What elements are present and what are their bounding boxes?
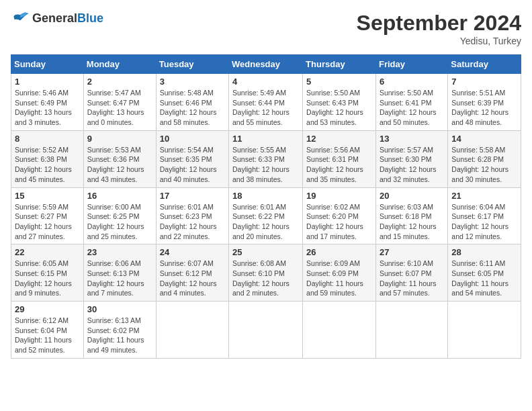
title-block: September 2024 Yedisu, Turkey <box>357 11 521 46</box>
calendar-cell: 10Sunrise: 5:54 AM Sunset: 6:35 PM Dayli… <box>156 130 228 187</box>
day-info: Sunrise: 6:02 AM Sunset: 6:20 PM Dayligh… <box>306 202 372 242</box>
day-number: 13 <box>380 134 444 144</box>
calendar-cell: 15Sunrise: 5:59 AM Sunset: 6:27 PM Dayli… <box>11 187 84 244</box>
calendar-cell: 26Sunrise: 6:09 AM Sunset: 6:09 PM Dayli… <box>303 244 376 302</box>
location: Yedisu, Turkey <box>357 36 521 46</box>
calendar-cell: 25Sunrise: 6:08 AM Sunset: 6:10 PM Dayli… <box>229 244 303 302</box>
calendar-cell: 1Sunrise: 5:46 AM Sunset: 6:49 PM Daylig… <box>11 74 84 131</box>
day-number: 5 <box>306 77 372 87</box>
calendar-cell: 3Sunrise: 5:48 AM Sunset: 6:46 PM Daylig… <box>156 74 228 131</box>
day-info: Sunrise: 5:51 AM Sunset: 6:39 PM Dayligh… <box>451 88 517 128</box>
calendar-cell: 13Sunrise: 5:57 AM Sunset: 6:30 PM Dayli… <box>375 130 447 187</box>
day-info: Sunrise: 5:46 AM Sunset: 6:49 PM Dayligh… <box>15 88 80 128</box>
page-header: GeneralBlue September 2024 Yedisu, Turke… <box>11 11 521 46</box>
calendar-cell <box>229 302 303 359</box>
calendar-cell: 24Sunrise: 6:07 AM Sunset: 6:12 PM Dayli… <box>156 244 228 302</box>
day-info: Sunrise: 5:59 AM Sunset: 6:27 PM Dayligh… <box>15 202 80 242</box>
day-number: 3 <box>160 77 225 87</box>
day-info: Sunrise: 6:06 AM Sunset: 6:13 PM Dayligh… <box>87 259 152 298</box>
day-info: Sunrise: 6:12 AM Sunset: 6:04 PM Dayligh… <box>15 316 80 355</box>
calendar-cell: 22Sunrise: 6:05 AM Sunset: 6:15 PM Dayli… <box>11 244 84 302</box>
day-number: 23 <box>87 247 152 257</box>
day-number: 20 <box>380 191 444 201</box>
calendar-week-row: 22Sunrise: 6:05 AM Sunset: 6:15 PM Dayli… <box>11 244 521 302</box>
day-number: 29 <box>15 304 80 314</box>
col-header-thursday: Thursday <box>303 55 376 74</box>
calendar-cell: 27Sunrise: 6:10 AM Sunset: 6:07 PM Dayli… <box>375 244 447 302</box>
calendar-week-row: 8Sunrise: 5:52 AM Sunset: 6:38 PM Daylig… <box>11 130 521 187</box>
day-info: Sunrise: 6:01 AM Sunset: 6:23 PM Dayligh… <box>160 202 225 242</box>
day-info: Sunrise: 6:11 AM Sunset: 6:05 PM Dayligh… <box>451 259 517 298</box>
day-info: Sunrise: 5:48 AM Sunset: 6:46 PM Dayligh… <box>160 88 225 128</box>
col-header-wednesday: Wednesday <box>229 55 303 74</box>
day-info: Sunrise: 6:01 AM Sunset: 6:22 PM Dayligh… <box>232 202 299 242</box>
day-info: Sunrise: 5:56 AM Sunset: 6:31 PM Dayligh… <box>306 145 372 185</box>
logo: GeneralBlue <box>11 11 103 26</box>
day-number: 27 <box>380 247 444 257</box>
day-number: 19 <box>306 191 372 201</box>
day-number: 18 <box>232 191 299 201</box>
calendar-cell: 11Sunrise: 5:55 AM Sunset: 6:33 PM Dayli… <box>229 130 303 187</box>
calendar-cell: 28Sunrise: 6:11 AM Sunset: 6:05 PM Dayli… <box>448 244 521 302</box>
calendar-cell: 30Sunrise: 6:13 AM Sunset: 6:02 PM Dayli… <box>83 302 156 359</box>
day-info: Sunrise: 5:54 AM Sunset: 6:35 PM Dayligh… <box>160 145 225 185</box>
day-number: 9 <box>87 134 152 144</box>
col-header-tuesday: Tuesday <box>156 55 228 74</box>
day-number: 26 <box>306 247 372 257</box>
calendar-cell: 18Sunrise: 6:01 AM Sunset: 6:22 PM Dayli… <box>229 187 303 244</box>
logo-blue: Blue <box>77 11 103 25</box>
day-info: Sunrise: 6:13 AM Sunset: 6:02 PM Dayligh… <box>87 316 152 355</box>
col-header-sunday: Sunday <box>11 55 84 74</box>
day-info: Sunrise: 5:50 AM Sunset: 6:43 PM Dayligh… <box>306 88 372 128</box>
day-info: Sunrise: 5:58 AM Sunset: 6:28 PM Dayligh… <box>451 145 517 185</box>
day-number: 25 <box>232 247 299 257</box>
day-number: 30 <box>87 304 152 314</box>
calendar-cell: 16Sunrise: 6:00 AM Sunset: 6:25 PM Dayli… <box>83 187 156 244</box>
day-info: Sunrise: 5:55 AM Sunset: 6:33 PM Dayligh… <box>232 145 299 185</box>
day-number: 4 <box>232 77 299 87</box>
day-number: 6 <box>380 77 444 87</box>
calendar-cell: 7Sunrise: 5:51 AM Sunset: 6:39 PM Daylig… <box>448 74 521 131</box>
logo-bird-icon <box>11 11 30 26</box>
day-info: Sunrise: 6:05 AM Sunset: 6:15 PM Dayligh… <box>15 259 80 298</box>
day-info: Sunrise: 6:09 AM Sunset: 6:09 PM Dayligh… <box>306 259 372 298</box>
day-number: 24 <box>160 247 225 257</box>
day-info: Sunrise: 5:49 AM Sunset: 6:44 PM Dayligh… <box>232 88 299 128</box>
calendar-cell: 6Sunrise: 5:50 AM Sunset: 6:41 PM Daylig… <box>375 74 447 131</box>
day-info: Sunrise: 6:00 AM Sunset: 6:25 PM Dayligh… <box>87 202 152 242</box>
day-number: 22 <box>15 247 80 257</box>
calendar-header-row: SundayMondayTuesdayWednesdayThursdayFrid… <box>11 55 521 74</box>
calendar-week-row: 1Sunrise: 5:46 AM Sunset: 6:49 PM Daylig… <box>11 74 521 131</box>
calendar-cell: 8Sunrise: 5:52 AM Sunset: 6:38 PM Daylig… <box>11 130 84 187</box>
calendar-cell <box>448 302 521 359</box>
day-info: Sunrise: 5:47 AM Sunset: 6:47 PM Dayligh… <box>87 88 152 128</box>
col-header-monday: Monday <box>83 55 156 74</box>
calendar-cell: 2Sunrise: 5:47 AM Sunset: 6:47 PM Daylig… <box>83 74 156 131</box>
col-header-saturday: Saturday <box>448 55 521 74</box>
calendar-cell: 23Sunrise: 6:06 AM Sunset: 6:13 PM Dayli… <box>83 244 156 302</box>
day-number: 16 <box>87 191 152 201</box>
day-info: Sunrise: 5:57 AM Sunset: 6:30 PM Dayligh… <box>380 145 444 185</box>
calendar-week-row: 15Sunrise: 5:59 AM Sunset: 6:27 PM Dayli… <box>11 187 521 244</box>
calendar-cell: 14Sunrise: 5:58 AM Sunset: 6:28 PM Dayli… <box>448 130 521 187</box>
day-number: 21 <box>451 191 517 201</box>
day-info: Sunrise: 6:08 AM Sunset: 6:10 PM Dayligh… <box>232 259 299 298</box>
day-number: 10 <box>160 134 225 144</box>
calendar-cell <box>375 302 447 359</box>
day-number: 2 <box>87 77 152 87</box>
col-header-friday: Friday <box>375 55 447 74</box>
calendar-cell: 9Sunrise: 5:53 AM Sunset: 6:36 PM Daylig… <box>83 130 156 187</box>
calendar-cell <box>156 302 228 359</box>
day-info: Sunrise: 5:52 AM Sunset: 6:38 PM Dayligh… <box>15 145 80 185</box>
day-info: Sunrise: 6:07 AM Sunset: 6:12 PM Dayligh… <box>160 259 225 298</box>
day-info: Sunrise: 5:50 AM Sunset: 6:41 PM Dayligh… <box>380 88 444 128</box>
logo-general: General <box>32 11 77 25</box>
day-number: 15 <box>15 191 80 201</box>
logo-text: GeneralBlue <box>32 11 103 26</box>
day-info: Sunrise: 6:10 AM Sunset: 6:07 PM Dayligh… <box>380 259 444 298</box>
calendar-cell: 5Sunrise: 5:50 AM Sunset: 6:43 PM Daylig… <box>303 74 376 131</box>
calendar-cell: 19Sunrise: 6:02 AM Sunset: 6:20 PM Dayli… <box>303 187 376 244</box>
calendar-cell: 29Sunrise: 6:12 AM Sunset: 6:04 PM Dayli… <box>11 302 84 359</box>
day-number: 8 <box>15 134 80 144</box>
calendar-cell: 17Sunrise: 6:01 AM Sunset: 6:23 PM Dayli… <box>156 187 228 244</box>
